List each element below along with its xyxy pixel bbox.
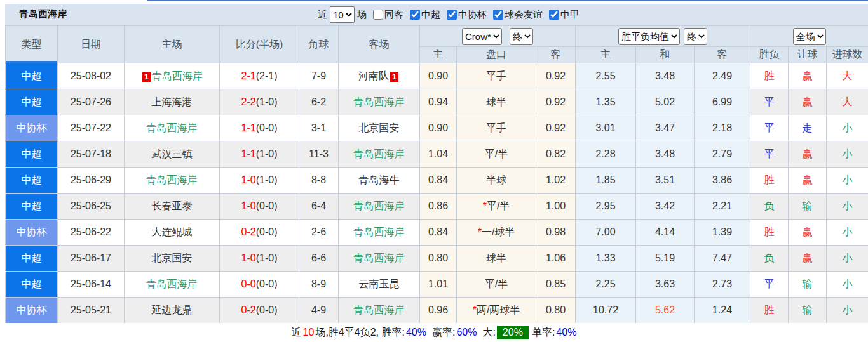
away-team-link[interactable]: 北京国安	[359, 122, 400, 133]
home-team-link[interactable]: 延边龙鼎	[152, 305, 193, 315]
ah-time-select[interactable]: 终	[510, 28, 533, 45]
sub-header-eu-home: 主	[576, 47, 636, 63]
home-team-link[interactable]: 北京国安	[152, 253, 193, 263]
league-filter-0: 中超	[403, 9, 440, 21]
sub-header-handicap: 让球	[789, 47, 827, 63]
league-checkbox-1[interactable]	[447, 10, 457, 20]
league-label-3: 中甲	[560, 9, 580, 21]
same-opponent-checkbox[interactable]	[373, 10, 383, 20]
ah-line-cell: 平手	[457, 115, 536, 141]
home-team-link[interactable]: 青岛西海岸	[147, 279, 198, 289]
league-cell[interactable]: 中超	[6, 63, 58, 89]
eu-draw-odds: 3.51	[636, 168, 695, 194]
handicap-result-cell: 赢	[789, 246, 827, 272]
ah-away-odds: 0.82	[536, 141, 576, 168]
away-team-link[interactable]: 青岛西海岸	[354, 148, 405, 159]
table-row: 中超 25-06-29 青岛西海岸 1-0(1-0) 8-8 青岛海牛 0.84…	[6, 168, 868, 194]
league-cell[interactable]: 中超	[6, 194, 58, 220]
away-team-link[interactable]: 青岛西海岸	[354, 253, 405, 263]
league-checkbox-3[interactable]	[549, 10, 559, 20]
home-team-cell: 青岛西海岸	[125, 115, 220, 141]
halftime-score: (1-0)	[256, 148, 278, 159]
halftime-score: (0-0)	[256, 305, 278, 315]
away-team-link[interactable]: 青岛西海岸	[354, 201, 405, 211]
away-team-link[interactable]: 云南玉昆	[359, 279, 400, 289]
away-team-link[interactable]: 青岛海牛	[359, 174, 400, 185]
ah-home-odds: 1.01	[420, 272, 457, 298]
league-cell[interactable]: 中超	[6, 246, 58, 272]
home-team-link[interactable]: 青岛西海岸	[147, 122, 198, 133]
ah-company-select[interactable]: Crow*	[462, 28, 502, 45]
result-cell: 胜	[750, 220, 789, 246]
home-team-link[interactable]: 上海海港	[152, 96, 193, 107]
date-cell: 25-08-02	[58, 63, 125, 89]
eu-away-odds: 2.79	[695, 141, 750, 168]
recent-count-select[interactable]: 10	[330, 6, 355, 23]
handicap-result-cell: 输	[789, 194, 827, 220]
league-label-2: 球会友谊	[505, 9, 543, 21]
ah-home-odds: 0.90	[420, 115, 457, 141]
away-team-link[interactable]: 青岛西海岸	[354, 96, 405, 107]
handicap-result-cell: 赢	[789, 89, 827, 115]
corners-cell: 7-9	[299, 63, 339, 89]
ah-line-text: 半球	[486, 174, 506, 185]
col-header-date: 日期	[58, 26, 125, 63]
fulltime-group-header: 全场	[750, 26, 868, 47]
handicap-result-cell: 走	[789, 115, 827, 141]
score-cell: 2-2(1-0)	[220, 89, 299, 115]
eu-away-odds: 2.49	[695, 63, 750, 89]
league-filter-1: 中协杯	[440, 9, 487, 21]
near-label: 近	[318, 9, 327, 21]
top-divider	[147, 0, 868, 1]
eu-time-select[interactable]: 终	[684, 28, 707, 45]
home-team-link[interactable]: 长春亚泰	[152, 201, 193, 211]
league-cell[interactable]: 中超	[6, 168, 58, 194]
match-history-panel: 青岛西海岸 近 10 场 同客 中超中协杯球会友谊中甲 类型 日期 主场	[0, 0, 868, 342]
date-cell: 25-06-25	[58, 194, 125, 220]
halftime-score: (0-0)	[256, 122, 278, 133]
league-cell[interactable]: 中超	[6, 272, 58, 298]
league-cell[interactable]: 中协杯	[6, 115, 58, 141]
eu-away-odds: 3.86	[695, 168, 750, 194]
fulltime-score: 0-2	[241, 227, 256, 237]
away-team-link[interactable]: 青岛西海岸	[354, 227, 405, 237]
col-header-type[interactable]: 类型	[6, 26, 58, 63]
fulltime-score: 1-1	[241, 148, 256, 159]
fulltime-score: 0-2	[241, 305, 256, 315]
ah-line-cell: 球半	[457, 246, 536, 272]
ah-away-odds: 1.02	[536, 168, 576, 194]
eu-company-select[interactable]: 胜平负均值	[618, 28, 680, 45]
home-team-cell: 1青岛西海岸	[125, 63, 220, 89]
league-cell[interactable]: 中超	[6, 141, 58, 168]
league-cell[interactable]: 中超	[6, 89, 58, 115]
score-cell: 1-1(1-0)	[220, 141, 299, 168]
date-cell: 25-07-18	[58, 141, 125, 168]
away-team-cell: 青岛西海岸	[339, 246, 420, 272]
result-cell: 平	[750, 272, 789, 298]
summary-let-label: 赢率:	[432, 326, 455, 339]
home-team-link[interactable]: 青岛西海岸	[152, 70, 203, 81]
ah-home-odds: 0.86	[420, 194, 457, 220]
league-cell[interactable]: 中协杯	[6, 298, 58, 324]
scope-select[interactable]: 全场	[793, 28, 826, 45]
fulltime-score: 0-0	[241, 279, 256, 289]
home-team-link[interactable]: 大连鲲城	[152, 227, 193, 237]
eu-home-odds: 2.55	[576, 63, 636, 89]
home-team-link[interactable]: 武汉三镇	[152, 148, 193, 159]
eu-home-odds: 2.28	[576, 141, 636, 168]
league-checkbox-2[interactable]	[493, 10, 503, 20]
fulltime-score: 1-0	[241, 174, 256, 185]
eu-draw-odds: 3.47	[636, 115, 695, 141]
score-cell: 0-2(0-0)	[220, 220, 299, 246]
away-team-link[interactable]: 河南队	[358, 70, 389, 81]
eu-home-odds: 3.01	[576, 115, 636, 141]
home-team-link[interactable]: 青岛西海岸	[147, 174, 198, 185]
league-checkbox-0[interactable]	[410, 10, 420, 20]
corners-cell: 11-3	[299, 141, 339, 168]
same-opponent-label: 同客	[384, 9, 403, 21]
away-team-link[interactable]: 青岛西海岸	[354, 305, 405, 315]
handicap-result-cell: 赢	[789, 220, 827, 246]
score-cell: 1-0(1-0)	[220, 168, 299, 194]
summary-record: 场,胜4平4负2, 胜率:	[315, 326, 404, 339]
league-cell[interactable]: 中协杯	[6, 220, 58, 246]
